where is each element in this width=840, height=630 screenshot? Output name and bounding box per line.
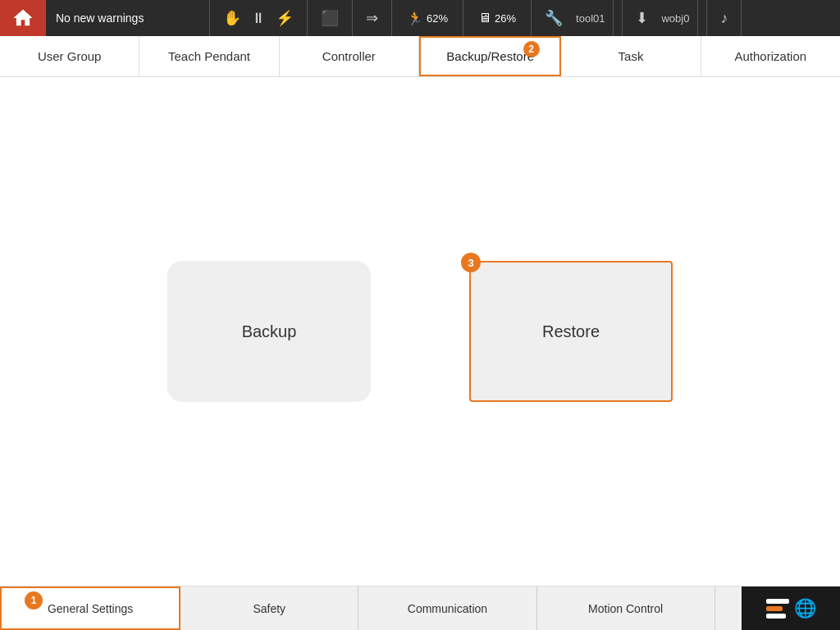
- general-settings-label: General Settings: [48, 602, 133, 615]
- cpu-value: 26%: [495, 12, 516, 25]
- tab-controller-label: Controller: [322, 49, 376, 63]
- bottom-tab-general-settings[interactable]: 1 General Settings: [0, 587, 180, 630]
- tab-backup-restore-badge: 2: [523, 41, 540, 57]
- tab-teach-pendant[interactable]: Teach Pendant: [139, 36, 279, 76]
- tab-task-label: Task: [619, 49, 644, 63]
- warning-area: No new warnings: [46, 0, 210, 36]
- tool-group: 🔧 tool01: [532, 0, 623, 36]
- tab-user-group-label: User Group: [38, 49, 102, 63]
- tabbar: User Group Teach Pendant Controller 2 Ba…: [0, 36, 840, 77]
- restore-label: Restore: [542, 322, 600, 341]
- wobj-group: ⬇ wobj0: [623, 0, 707, 36]
- extra-icon-group: ♪: [707, 0, 742, 36]
- backup-label: Backup: [242, 322, 297, 341]
- safety-label: Safety: [253, 602, 285, 615]
- speed-icon: 🏃: [407, 11, 423, 26]
- logo-bars-icon: [766, 599, 789, 619]
- icon-group-arrows: ⇒: [353, 0, 392, 36]
- bottom-logo: 🌐: [742, 587, 840, 630]
- bottom-tab-communication[interactable]: Communication: [358, 587, 536, 630]
- tab-authorization[interactable]: Authorization: [701, 36, 840, 76]
- tab-backup-restore-label: Backup/Restore: [446, 49, 534, 63]
- tool-label: tool01: [568, 0, 614, 36]
- logo-bar-3: [766, 614, 786, 619]
- warning-text: No new warnings: [56, 11, 144, 25]
- speed-value: 62%: [427, 12, 448, 25]
- tab-teach-pendant-label: Teach Pendant: [168, 49, 250, 63]
- bottombar: 1 General Settings Safety Communication …: [0, 586, 840, 630]
- pause-icon[interactable]: ⏸: [246, 10, 271, 27]
- backup-card[interactable]: Backup: [167, 261, 371, 402]
- restore-badge: 3: [461, 253, 481, 272]
- motion-control-label: Motion Control: [588, 602, 663, 615]
- wrench-icon: 🔧: [540, 9, 568, 27]
- home-button[interactable]: [0, 0, 46, 36]
- logo-bar-1: [766, 599, 789, 604]
- hand-icon[interactable]: ✋: [218, 9, 246, 27]
- bottom-tab-safety[interactable]: Safety: [180, 587, 358, 630]
- arrow-icon[interactable]: ⇒: [361, 9, 383, 27]
- restore-card[interactable]: 3 Restore: [469, 261, 673, 402]
- tab-backup-restore[interactable]: 2 Backup/Restore: [419, 36, 561, 76]
- main-content: Backup 3 Restore: [0, 77, 840, 586]
- stat-cpu: 🖥 26%: [463, 0, 532, 36]
- topbar-icons: ✋ ⏸ ⚡ ⬛ ⇒ 🏃 62% 🖥 26% 🔧 tool01 ⬇: [210, 0, 840, 36]
- monitor-icon[interactable]: ⬛: [316, 9, 344, 27]
- tab-user-group[interactable]: User Group: [0, 36, 139, 76]
- bottom-tab-motion-control[interactable]: Motion Control: [537, 587, 715, 630]
- wobj-icon: ⬇: [631, 9, 653, 27]
- icon-group-nav: ⬛: [308, 0, 353, 36]
- stat-speed: 🏃 62%: [392, 0, 463, 36]
- general-settings-badge: 1: [25, 591, 43, 609]
- logo-bar-2: [766, 606, 783, 611]
- tab-authorization-label: Authorization: [735, 49, 807, 63]
- globe-icon: 🌐: [794, 598, 816, 619]
- tab-task[interactable]: Task: [561, 36, 701, 76]
- communication-label: Communication: [408, 602, 487, 615]
- wobj-label: wobj0: [653, 0, 698, 36]
- icon-group-gestures: ✋ ⏸ ⚡: [210, 0, 308, 36]
- cpu-icon: 🖥: [478, 11, 491, 25]
- music-icon[interactable]: ♪: [715, 10, 733, 27]
- tab-controller[interactable]: Controller: [280, 36, 419, 76]
- lightning-icon[interactable]: ⚡: [271, 9, 299, 27]
- topbar: No new warnings ✋ ⏸ ⚡ ⬛ ⇒ 🏃 62% 🖥 26% 🔧: [0, 0, 840, 36]
